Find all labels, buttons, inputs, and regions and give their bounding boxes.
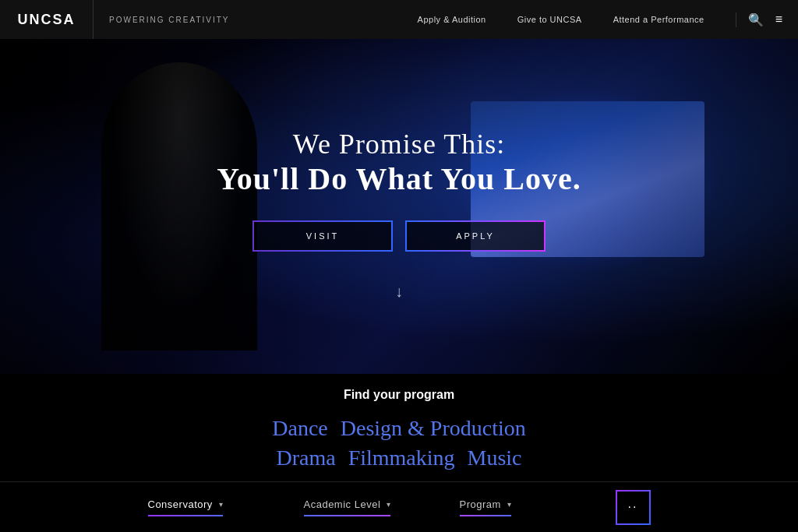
conservatory-chevron: ▾ xyxy=(219,500,223,509)
menu-button[interactable]: ≡ xyxy=(775,12,782,26)
visit-button[interactable]: VISIT xyxy=(252,220,393,252)
scroll-arrow: ↓ xyxy=(395,283,403,301)
music-link[interactable]: Music xyxy=(468,446,522,470)
logo-block: UNCSA xyxy=(0,0,94,39)
hero-title-top: We Promise This: xyxy=(293,128,505,160)
drama-link[interactable]: Drama xyxy=(276,446,335,470)
logo: UNCSA xyxy=(17,12,75,28)
hero-section: We Promise This: You'll Do What You Love… xyxy=(0,39,798,374)
filmmaking-link[interactable]: Filmmaking xyxy=(348,446,455,470)
site-header: UNCSA Powering Creativity Apply & Auditi… xyxy=(0,0,798,39)
hero-title-bottom: You'll Do What You Love. xyxy=(217,160,581,197)
hero-content: We Promise This: You'll Do What You Love… xyxy=(0,39,798,374)
program-select[interactable]: Program ▾ xyxy=(460,499,511,516)
program-section: Find your program Dance Design & Product… xyxy=(0,374,798,532)
level-chevron: ▾ xyxy=(387,500,390,509)
apply-button[interactable]: APPLY xyxy=(405,220,546,252)
dance-link[interactable]: Dance xyxy=(272,416,328,441)
hero-buttons: VISIT APPLY xyxy=(252,220,546,252)
level-label: Academic Level xyxy=(304,499,381,510)
search-button[interactable]: 🔍 xyxy=(748,12,764,27)
apply-audition-link[interactable]: Apply & Audition xyxy=(418,15,486,24)
find-program-heading: Find your program xyxy=(344,388,454,402)
filters-bar: Conservatory ▾ Academic Level ▾ Program … xyxy=(0,481,798,532)
program-links-row1: Dance Design & Production xyxy=(272,416,526,441)
program-label: Program xyxy=(460,499,501,510)
program-links-row2: Drama Filmmaking Music xyxy=(276,446,521,470)
design-link[interactable]: Design & Production xyxy=(341,416,526,441)
conservatory-filter: Conservatory ▾ xyxy=(148,499,273,516)
program-filter: Program ▾ xyxy=(460,499,584,516)
attend-link[interactable]: Attend a Performance xyxy=(613,15,704,24)
conservatory-label: Conservatory xyxy=(148,499,213,510)
go-button[interactable]: ·· xyxy=(616,490,651,525)
conservatory-select[interactable]: Conservatory ▾ xyxy=(148,499,223,516)
level-filter: Academic Level ▾ xyxy=(304,499,429,516)
give-link[interactable]: Give to UNCSA xyxy=(517,15,582,24)
level-select[interactable]: Academic Level ▾ xyxy=(304,499,391,516)
go-icon: ·· xyxy=(628,500,638,514)
tagline: Powering Creativity xyxy=(109,16,230,24)
main-nav: Apply & Audition Give to UNCSA Attend a … xyxy=(418,12,798,27)
program-chevron: ▾ xyxy=(507,500,511,509)
nav-icons: 🔍 ≡ xyxy=(736,12,782,27)
